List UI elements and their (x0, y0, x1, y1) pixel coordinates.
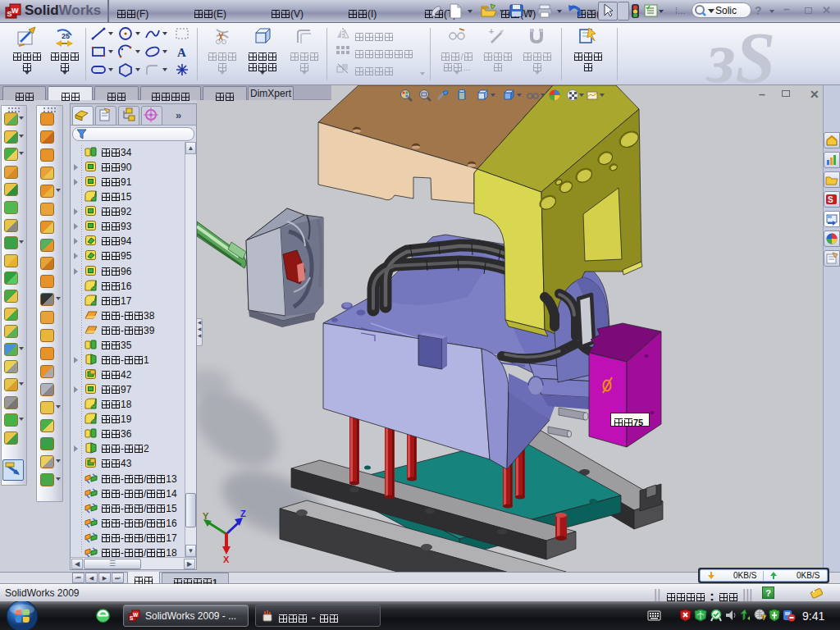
svg-text:Y: Y (203, 511, 209, 521)
svg-text:A: A (177, 46, 186, 59)
svg-text:W: W (11, 7, 19, 15)
svg-text:S: S (828, 195, 833, 204)
svg-text:25: 25 (62, 32, 70, 40)
svg-text:W: W (133, 612, 139, 618)
svg-text:Z: Z (240, 509, 246, 518)
svg-text:X: X (223, 555, 230, 564)
svg-text:+: + (489, 27, 494, 36)
